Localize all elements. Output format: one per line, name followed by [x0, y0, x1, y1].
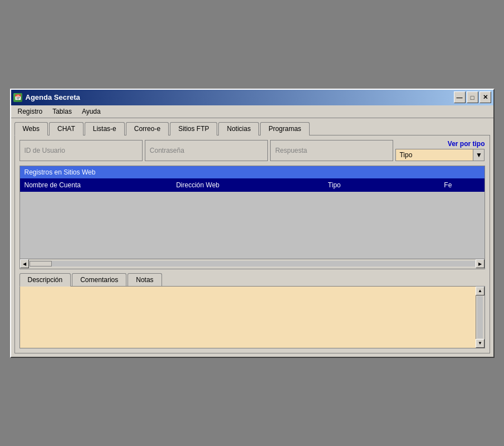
grid-header: Registros en Sitios Web	[20, 166, 485, 178]
respuesta-field[interactable]: Respuesta	[270, 140, 393, 161]
tab-chat[interactable]: CHAT	[49, 122, 84, 135]
scroll-down-button[interactable]: ▼	[476, 339, 485, 348]
scroll-up-button[interactable]: ▲	[476, 287, 485, 295]
grid-body	[20, 192, 485, 259]
app-icon: 📅	[13, 93, 22, 102]
maximize-button[interactable]: □	[467, 91, 478, 103]
title-bar-left: 📅 Agenda Secreta	[13, 93, 80, 102]
menu-ayuda[interactable]: Ayuda	[77, 106, 105, 117]
text-area-content[interactable]	[20, 287, 476, 348]
menu-tablas[interactable]: Tablas	[48, 106, 76, 117]
col-tipo: Tipo	[324, 180, 440, 190]
scroll-left-button[interactable]: ◀	[20, 259, 29, 268]
grid-columns: Nombre de Cuenta Dirección Web Tipo Fe	[20, 178, 485, 192]
tab-descripcion[interactable]: Descripción	[19, 273, 71, 287]
minimize-button[interactable]: —	[454, 91, 466, 103]
col-fe: Fe	[439, 180, 484, 190]
tab-webs[interactable]: Webs	[14, 122, 48, 135]
tab-noticias[interactable]: Noticias	[218, 122, 259, 135]
title-buttons: — □ ✕	[454, 91, 491, 103]
id-usuario-field[interactable]: ID de Usuario	[19, 140, 143, 161]
menu-registro[interactable]: Registro	[13, 106, 47, 117]
tipo-select[interactable]: Tipo ▼	[395, 149, 485, 161]
scroll-track-v[interactable]	[477, 296, 483, 338]
ver-por-tipo-label: Ver por tipo	[448, 140, 485, 148]
tab-comentarios[interactable]: Comentarios	[72, 273, 126, 287]
col-direccion-web: Dirección Web	[172, 180, 324, 190]
tab-notas[interactable]: Notas	[128, 273, 162, 287]
grid-section: Registros en Sitios Web Nombre de Cuenta…	[19, 166, 485, 269]
title-bar: 📅 Agenda Secreta — □ ✕	[11, 90, 493, 105]
contrasena-field[interactable]: Contraseña	[145, 140, 268, 161]
scroll-right-button[interactable]: ▶	[476, 259, 485, 268]
tab-programas[interactable]: Programas	[260, 122, 310, 135]
main-tabs: Webs CHAT Listas-e Correo-e Sitios FTP N…	[11, 118, 493, 135]
scroll-track-h[interactable]	[30, 261, 475, 266]
vertical-scrollbar: ▲ ▼	[476, 287, 485, 348]
menu-bar: Registro Tablas Ayuda	[11, 105, 493, 118]
bottom-tabs: Descripción Comentarios Notas	[19, 273, 485, 286]
fields-row: ID de Usuario Contraseña Respuesta Ver p…	[19, 140, 485, 161]
tab-listas-e[interactable]: Listas-e	[85, 122, 125, 135]
horizontal-scrollbar: ◀ ▶	[20, 259, 485, 269]
close-button[interactable]: ✕	[479, 91, 491, 103]
tipo-value: Tipo	[396, 149, 473, 161]
tab-correo-e[interactable]: Correo-e	[126, 122, 169, 135]
content-area: ID de Usuario Contraseña Respuesta Ver p…	[14, 135, 490, 353]
scroll-thumb-h	[30, 261, 52, 266]
main-window: 📅 Agenda Secreta — □ ✕ Registro Tablas A…	[10, 89, 495, 358]
tipo-dropdown-button[interactable]: ▼	[473, 149, 484, 161]
col-nombre-cuenta: Nombre de Cuenta	[20, 180, 172, 190]
window-title: Agenda Secreta	[26, 93, 80, 101]
ver-por-tipo-section: Ver por tipo Tipo ▼	[395, 140, 485, 161]
tab-sitios-ftp[interactable]: Sitios FTP	[170, 122, 217, 135]
text-area-wrapper: ▲ ▼	[19, 286, 485, 348]
